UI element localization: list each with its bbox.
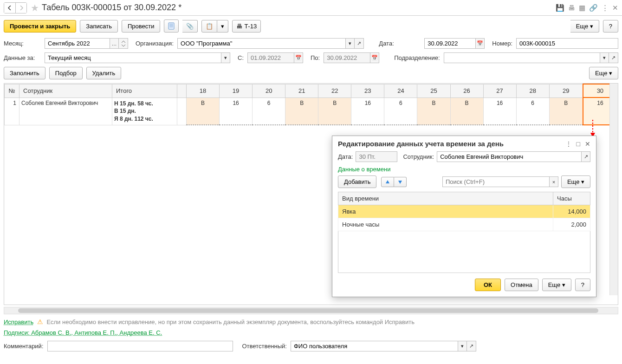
to-calendar-icon[interactable]: 📅 <box>370 52 379 63</box>
print-icon[interactable]: 🖶 <box>568 4 575 12</box>
signatures-link[interactable]: Подписи: Абрамов С. В., Антипова Е. П., … <box>4 329 162 336</box>
org-dropdown[interactable]: ▾ <box>345 38 355 49</box>
copy-dropdown[interactable]: ▾ <box>217 20 228 32</box>
cell-day-25[interactable]: В <box>417 98 450 125</box>
post-button[interactable]: Провести <box>122 20 161 32</box>
dlg-more-button[interactable]: Еще ▾ <box>561 176 590 188</box>
org-label: Организация: <box>136 40 174 47</box>
dlg-emp-label: Сотрудник: <box>403 153 434 160</box>
doc-icon-button[interactable] <box>164 20 179 32</box>
cell-day-24[interactable]: 6 <box>384 98 417 125</box>
more-button[interactable]: Еще ▾ <box>570 20 599 32</box>
dept-open[interactable]: ↗ <box>609 52 618 63</box>
warning-icon: ⚠ <box>37 318 43 325</box>
dlg-emp-open[interactable]: ↗ <box>581 151 590 162</box>
save-icon[interactable]: 💾 <box>556 4 564 12</box>
cell-day-22[interactable]: В <box>318 98 351 125</box>
from-calendar-icon[interactable]: 📅 <box>294 52 303 63</box>
dlg-add-button[interactable]: Добавить <box>338 176 376 188</box>
cell-day-28[interactable]: 6 <box>516 98 549 125</box>
dlg-more2-button[interactable]: Еще ▾ <box>542 279 571 291</box>
col-employee: Сотрудник <box>19 84 112 98</box>
col-day-22: 22 <box>318 84 351 98</box>
cell-num[interactable]: 1 <box>5 98 19 125</box>
month-spinner[interactable] <box>119 38 128 49</box>
org-input[interactable] <box>177 38 345 49</box>
signatures-row: Подписи: Абрамов С. В., Антипова Е. П., … <box>0 327 622 338</box>
datafor-input[interactable] <box>45 52 221 63</box>
copy-button[interactable]: 📋 <box>201 20 217 32</box>
dialog-maximize-icon[interactable]: □ <box>577 140 580 148</box>
col-num: № <box>5 84 19 98</box>
org-open[interactable]: ↗ <box>355 38 364 49</box>
timesheet-table[interactable]: № Сотрудник Итого 18 19 20 21 22 23 24 2… <box>4 84 618 125</box>
close-icon[interactable]: ✕ <box>612 4 618 12</box>
nav-buttons <box>4 2 27 13</box>
dlg-cell-type[interactable]: Явка <box>338 205 553 218</box>
pick-button[interactable]: Подбор <box>49 67 83 79</box>
report-icon[interactable]: ▦ <box>579 4 585 12</box>
cell-day-29[interactable]: В <box>549 98 583 125</box>
comment-input[interactable] <box>47 341 233 351</box>
cell-day-18[interactable]: В <box>187 98 220 125</box>
dlg-help-button[interactable]: ? <box>575 279 590 291</box>
col-day-25: 25 <box>417 84 450 98</box>
datafor-dropdown[interactable]: ▾ <box>221 52 230 63</box>
save-button[interactable]: Записать <box>80 20 118 32</box>
cell-day-19[interactable]: 16 <box>220 98 253 125</box>
col-day-27: 27 <box>483 84 516 98</box>
attach-button[interactable]: 📎 <box>182 20 198 32</box>
table-row[interactable]: 1 Соболев Евгений Викторович Н 15 дн. 58… <box>5 98 618 125</box>
help-button[interactable]: ? <box>603 20 618 32</box>
responsible-open[interactable]: ↗ <box>467 341 476 351</box>
dlg-up-button[interactable] <box>381 177 394 187</box>
month-ellipsis[interactable]: … <box>110 38 119 49</box>
month-input[interactable] <box>45 38 110 49</box>
link-icon[interactable]: 🔗 <box>589 4 598 12</box>
fill-button[interactable]: Заполнить <box>4 67 45 79</box>
dlg-cell-hours[interactable]: 2,000 <box>553 218 590 231</box>
dlg-search-clear[interactable]: × <box>549 176 558 187</box>
responsible-dropdown[interactable]: ▾ <box>458 341 467 351</box>
dialog-close-icon[interactable]: ✕ <box>585 140 590 148</box>
cell-day-23[interactable]: 16 <box>351 98 384 125</box>
dlg-cancel-button[interactable]: Отмена <box>505 279 538 291</box>
fix-link[interactable]: Исправить <box>4 318 33 325</box>
favorite-icon[interactable]: ★ <box>31 2 39 13</box>
responsible-input[interactable] <box>291 341 458 351</box>
col-day-21: 21 <box>285 84 318 98</box>
date-calendar-icon[interactable]: 📅 <box>475 38 485 49</box>
table-more-button[interactable]: Еще ▾ <box>589 67 618 79</box>
delete-button[interactable]: Удалить <box>86 67 122 79</box>
dlg-search-input[interactable] <box>442 176 549 187</box>
dept-input[interactable] <box>444 52 600 63</box>
dlg-ok-button[interactable]: ОК <box>475 279 501 291</box>
forward-button[interactable] <box>15 3 26 13</box>
cell-day-27[interactable]: 16 <box>483 98 516 125</box>
dlg-cell-type[interactable]: Ночные часы <box>338 218 553 231</box>
dept-dropdown[interactable]: ▾ <box>600 52 609 63</box>
dlg-down-button[interactable] <box>394 177 407 187</box>
cell-spacer <box>177 98 187 125</box>
cell-total[interactable]: Н 15 дн. 58 чс. В 15 дн. Я 8 дн. 112 чс. <box>112 98 177 125</box>
dialog-menu-icon[interactable]: ⋮ <box>565 140 572 148</box>
dlg-emp-input[interactable] <box>437 151 581 162</box>
dlg-row[interactable]: Ночные часы 2,000 <box>338 218 590 231</box>
col-spacer <box>177 84 187 98</box>
vertical-scrollbar[interactable] <box>609 84 618 295</box>
dlg-row-selected[interactable]: Явка 14,000 <box>338 205 590 218</box>
date-input[interactable] <box>424 38 475 49</box>
cell-day-20[interactable]: 6 <box>253 98 285 125</box>
menu-icon[interactable]: ⋮ <box>602 4 609 12</box>
dlg-time-table[interactable]: Вид времени Часы Явка 14,000 Ночные часы… <box>338 192 590 273</box>
cell-employee[interactable]: Соболев Евгений Викторович <box>19 98 112 125</box>
cell-day-21[interactable]: В <box>285 98 318 125</box>
t13-button[interactable]: 🖶 Т-13 <box>232 20 261 32</box>
post-close-button[interactable]: Провести и закрыть <box>4 20 76 32</box>
cell-day-26[interactable]: В <box>450 98 483 125</box>
number-input[interactable] <box>516 38 618 49</box>
back-button[interactable] <box>4 3 15 13</box>
title-icons: 💾 🖶 ▦ 🔗 ⋮ ✕ <box>556 4 618 12</box>
dlg-cell-hours[interactable]: 14,000 <box>553 205 590 218</box>
horizontal-scrollbar[interactable] <box>4 307 618 314</box>
